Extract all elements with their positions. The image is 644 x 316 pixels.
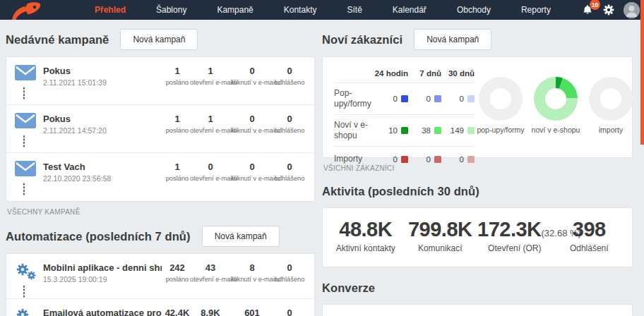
nav-item-kontakty[interactable]: Kontakty (284, 0, 317, 20)
new-campaign-button[interactable]: Nová kampaň (120, 29, 198, 50)
legend-square (401, 95, 408, 102)
stat-opened: 1 (190, 114, 231, 124)
legend-square (467, 95, 475, 102)
all-campaigns-link[interactable]: VŠECHNY KAMPANĚ (7, 208, 80, 216)
stat-clicked: 8 (231, 262, 273, 273)
main-menu: Přehled Šablony Kampaně Kontakty Sítě Ka… (95, 0, 581, 20)
donut-charts: pop-upy/formy noví v e-shopu importy (475, 66, 636, 150)
nav-item-obchody[interactable]: Obchody (457, 0, 491, 20)
gears-icon (15, 262, 36, 281)
legend-square (467, 127, 475, 134)
campaign-stats: 1posláno 0otevření e-mailu 0kliknutí v e… (165, 161, 306, 201)
stat-unsubscribed: 0 (273, 162, 306, 172)
stat-unsubscribed: 0 (273, 66, 306, 76)
activity-stat-communications: 799.8K Komunikací (403, 219, 478, 267)
column-header-24h: 24 hodin (375, 69, 408, 78)
activity-stat-opens: 172.3K(32.68 %) Otevření (OR) (477, 219, 552, 267)
nav-item-site[interactable]: Sítě (347, 0, 362, 20)
campaign-row[interactable]: Pokus 2.11.2021 15:01:39 1posláno 1otevř… (6, 57, 314, 105)
envelope-icon (15, 113, 36, 128)
recent-campaigns-title: Nedávné kampaně (6, 33, 109, 47)
legend-square (434, 127, 441, 134)
campaign-stats: 1posláno 1otevření e-mailu 0kliknutí v e… (165, 65, 306, 104)
stat-clicked: 0 (231, 66, 273, 76)
legend-square (434, 95, 441, 102)
automation-stats: 42.4Kposláno 8.9Kotevření e-mailu 601kli… (165, 307, 306, 316)
right-column: Noví zákazníci Nová kampaň 24 hodin 7 dn… (322, 20, 633, 316)
settings-gear-icon[interactable] (603, 4, 614, 16)
nav-item-sablony[interactable]: Šablony (156, 0, 186, 20)
activity-stat-active-contacts: 48.8K Aktivní kontakty (328, 219, 403, 267)
activity-card: 48.8K Aktivní kontakty 799.8K Komunikací… (322, 207, 633, 267)
new-campaign-button[interactable]: Nová kampaň (414, 29, 491, 50)
stat-clicked: 601 (231, 308, 273, 316)
table-row-popups: Pop-upy/formy 0 0 0 (334, 83, 475, 115)
automation-row[interactable]: Mobilni aplikace - denni shrnuti 15.3.20… (6, 254, 314, 299)
stat-sent: 1 (165, 162, 190, 172)
stat-clicked: 0 (231, 114, 273, 124)
person-silhouette-icon (624, 2, 640, 18)
conversions-card (322, 304, 633, 316)
left-column: Nedávné kampaně Nová kampaň Pokus 2.11.2… (6, 20, 315, 316)
kebab-menu-icon[interactable] (23, 87, 25, 99)
column-header-7d: 7 dnů (408, 69, 441, 78)
new-customers-card: 24 hodin 7 dnů 30 dnů Pop-upy/formy 0 0 … (322, 56, 633, 158)
stat-sent: 42.4K (165, 308, 190, 316)
stat-sent: 242 (165, 262, 190, 273)
stat-opened: 43 (190, 262, 231, 273)
kebab-menu-icon[interactable] (23, 285, 25, 298)
nav-item-kampane[interactable]: Kampaně (217, 0, 253, 20)
column-header-30d: 30 dnů (441, 69, 475, 78)
app-logo-rocket-icon[interactable] (8, 1, 49, 20)
new-campaign-button[interactable]: Nová kampaň (202, 226, 280, 247)
legend-square (401, 156, 408, 163)
table-row-eshop: Noví v e-shopu 10 38 149 (334, 115, 475, 147)
automation-name[interactable]: Mobilni aplikace - denni shrnuti (43, 262, 162, 273)
stat-unsubscribed: 0 (273, 114, 306, 124)
scrollbar-thumb[interactable] (640, 0, 644, 145)
activity-title: Aktivita (posledních 30 dnů) (322, 185, 479, 198)
stat-clicked: 0 (231, 162, 273, 172)
new-customers-table: 24 hodin 7 dnů 30 dnů Pop-upy/formy 0 0 … (334, 66, 475, 150)
stat-sent: 1 (165, 66, 190, 76)
automations-title: Automatizace (posledních 7 dnů) (6, 230, 191, 243)
conversions-title: Konverze (322, 281, 375, 295)
nav-right-controls: 10 (581, 2, 640, 18)
notification-badge: 10 (590, 0, 600, 10)
campaign-row[interactable]: Pokus 2.11.2021 14:57:20 1posláno 1otevř… (6, 105, 314, 153)
kebab-menu-icon[interactable] (23, 183, 25, 195)
legend-square (434, 156, 441, 163)
stat-opened: 1 (190, 66, 231, 76)
campaign-date: 22.10.2020 23:56:58 (43, 174, 162, 183)
nav-item-reporty[interactable]: Reporty (521, 0, 551, 20)
automation-date: 15.3.2025 19:00:19 (43, 275, 162, 284)
envelope-icon (15, 161, 36, 176)
campaign-name[interactable]: Pokus (43, 66, 162, 76)
automations-card: Mobilni aplikace - denni shrnuti 15.3.20… (6, 253, 315, 316)
top-navbar: Přehled Šablony Kampaně Kontakty Sítě Ka… (0, 0, 644, 20)
donut-chart-imports (589, 77, 633, 121)
nav-item-kalendar[interactable]: Kalendář (393, 0, 427, 20)
automation-name[interactable]: Emailová automatizace pro mobi... (43, 308, 162, 316)
donut-chart-popups (479, 77, 523, 121)
user-avatar[interactable] (624, 2, 640, 18)
kebab-menu-icon[interactable] (23, 135, 25, 147)
campaign-name[interactable]: Pokus (43, 114, 162, 124)
stat-unsubscribed: 0 (273, 262, 306, 273)
recent-campaigns-card: Pokus 2.11.2021 15:01:39 1posláno 1otevř… (6, 56, 315, 202)
automation-row[interactable]: Emailová automatizace pro mobi... 15.3.2… (6, 299, 314, 316)
campaign-row[interactable]: Test Vach 22.10.2020 23:56:58 1posláno 0… (6, 153, 314, 201)
campaign-date: 2.11.2021 14:57:20 (43, 126, 162, 135)
new-customers-title: Noví zákazníci (322, 33, 402, 47)
activity-stat-unsubscribes: 398 Odhlášení (552, 219, 627, 267)
nav-item-prehled[interactable]: Přehled (95, 0, 126, 20)
notifications-button[interactable]: 10 (581, 4, 594, 16)
all-customers-link[interactable]: VŠICHNI ZÁKAZNÍCI (323, 164, 395, 172)
campaign-name[interactable]: Test Vach (43, 162, 162, 172)
automation-stats: 242posláno 43otevření e-mailu 8kliknutí … (165, 262, 306, 298)
campaign-date: 2.11.2021 15:01:39 (43, 78, 162, 87)
stat-opened: 0 (190, 162, 231, 172)
stat-opened: 8.9K (190, 308, 231, 316)
legend-square (401, 127, 408, 134)
campaign-stats: 1posláno 1otevření e-mailu 0kliknutí v e… (165, 113, 306, 152)
